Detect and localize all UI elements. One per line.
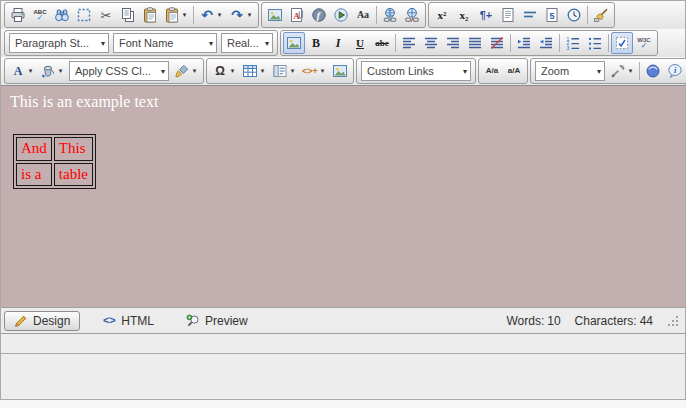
- convert-to-uppercase-button[interactable]: a/A: [503, 60, 525, 82]
- format-painter-button[interactable]: ▾: [171, 60, 201, 82]
- justify-button[interactable]: [464, 32, 486, 54]
- word-count: Words:10: [506, 314, 560, 328]
- dropdown-arrow-icon: ▾: [246, 11, 253, 19]
- find-and-replace-button[interactable]: [51, 4, 73, 26]
- indent-button[interactable]: [513, 32, 535, 54]
- statusbar-right: Words:10 Characters:44: [506, 314, 679, 328]
- form-elements-button[interactable]: ▾: [269, 60, 299, 82]
- toolbar-group: Ω▾▾▾<>+▾: [206, 58, 354, 84]
- font-size-select[interactable]: Real...▾: [221, 33, 273, 53]
- toolbar-separator: [376, 6, 377, 24]
- align-right-button[interactable]: [442, 32, 464, 54]
- xhtml-validator-button[interactable]: W3C✓: [633, 32, 655, 54]
- foreground-color-button[interactable]: A▾: [7, 60, 37, 82]
- convert-to-lowercase-button[interactable]: A/a: [481, 60, 503, 82]
- redo-icon: ↷: [229, 7, 245, 23]
- superscript-button[interactable]: x²: [431, 4, 453, 26]
- marquee-icon: [76, 7, 92, 23]
- insert-paragraph-button[interactable]: ¶+: [475, 4, 497, 26]
- copy-button[interactable]: [117, 4, 139, 26]
- print-button[interactable]: [7, 4, 29, 26]
- toggle-table-borders-button[interactable]: [611, 32, 633, 54]
- table-cell[interactable]: And: [16, 137, 52, 161]
- unlink-button[interactable]: [401, 4, 423, 26]
- unordered-list-icon: [587, 35, 603, 51]
- resize-grip-icon[interactable]: [667, 315, 679, 327]
- font-name-select[interactable]: Font Name▾: [113, 33, 217, 53]
- align-left-button[interactable]: [398, 32, 420, 54]
- italic-icon: I: [330, 35, 346, 51]
- italic-button[interactable]: I: [327, 32, 349, 54]
- module-manager-button[interactable]: ▾: [607, 60, 637, 82]
- paragraph-style-select-label: Paragraph St...: [15, 37, 89, 49]
- custom-links-select[interactable]: Custom Links▾: [361, 61, 471, 81]
- dropdown-arrow-icon: ▾: [597, 67, 601, 76]
- paste-button[interactable]: [139, 4, 161, 26]
- about-button[interactable]: [664, 60, 686, 82]
- media-manager-button[interactable]: [330, 4, 352, 26]
- table-cell[interactable]: table: [54, 163, 93, 187]
- zoom-select-label: Zoom: [541, 65, 569, 77]
- silverlight-manager-button[interactable]: [642, 60, 664, 82]
- strikethrough-button[interactable]: abe: [371, 32, 393, 54]
- rich-text-editor: ABC✓✂▾↶▾↷▾Aax²x₂¶+Paragraph St...▾Font N…: [1, 1, 685, 334]
- background-color-button[interactable]: ▾: [37, 60, 67, 82]
- bold-button[interactable]: B: [305, 32, 327, 54]
- toolbar-separator: [510, 34, 511, 52]
- redo-button[interactable]: ↷▾: [226, 4, 256, 26]
- table-icon: [242, 63, 258, 79]
- spellcheck-button[interactable]: ABC✓: [29, 4, 51, 26]
- insert-time-button[interactable]: [563, 4, 585, 26]
- character-count: Characters:44: [575, 314, 653, 328]
- document-manager-button[interactable]: [286, 4, 308, 26]
- outdent-button[interactable]: [535, 32, 557, 54]
- cut-button[interactable]: ✂: [95, 4, 117, 26]
- align-center-button[interactable]: [420, 32, 442, 54]
- mode-html-button[interactable]: <>HTML: [92, 311, 164, 331]
- toolbar-separator: [608, 34, 609, 52]
- table-cell[interactable]: This: [54, 137, 93, 161]
- select-all-button[interactable]: [73, 4, 95, 26]
- info-icon: [667, 63, 683, 79]
- paragraph-style-select[interactable]: Paragraph St...▾: [9, 33, 109, 53]
- table-cell[interactable]: is a: [16, 163, 52, 187]
- paste-options-button[interactable]: ▾: [161, 4, 191, 26]
- insert-table-button[interactable]: ▾: [239, 60, 269, 82]
- image-manager-button[interactable]: [264, 4, 286, 26]
- format-stripper-button[interactable]: [590, 4, 612, 26]
- mode-design-button[interactable]: Design: [4, 311, 80, 331]
- font-name-select-label: Font Name: [119, 37, 173, 49]
- statusbar: Design<>HTMLPreview Words:10 Characters:…: [1, 307, 685, 333]
- flash-icon: [311, 7, 327, 23]
- html-code-icon: <>: [102, 314, 116, 328]
- insert-date-button[interactable]: [541, 4, 563, 26]
- mode-preview-button[interactable]: Preview: [176, 311, 258, 331]
- undo-button[interactable]: ↶▾: [196, 4, 226, 26]
- remove-alignment-button[interactable]: [486, 32, 508, 54]
- dropdown-arrow-icon: ▾: [259, 67, 266, 75]
- image-absolute-position-button[interactable]: [283, 32, 305, 54]
- insert-snippet-button[interactable]: [497, 4, 519, 26]
- editor-content-area[interactable]: This is an example text AndThisis atable: [1, 85, 685, 307]
- outdent-icon: [538, 35, 554, 51]
- code-snippet-button[interactable]: <>+▾: [299, 60, 329, 82]
- subscript-button[interactable]: x₂: [453, 4, 475, 26]
- horizontal-rule-button[interactable]: [519, 4, 541, 26]
- dropdown-arrow-icon: ▾: [181, 11, 188, 19]
- image-map-editor-button[interactable]: [329, 60, 351, 82]
- toolbar-group: A▾▾Apply CSS Cl...▾▾: [4, 58, 204, 84]
- link-manager-button[interactable]: [379, 4, 401, 26]
- insert-symbol-button[interactable]: Ω▾: [209, 60, 239, 82]
- ordered-list-button[interactable]: [562, 32, 584, 54]
- zoom-select[interactable]: Zoom▾: [535, 61, 605, 81]
- brush-icon: [174, 63, 190, 79]
- flash-manager-button[interactable]: [308, 4, 330, 26]
- underline-button[interactable]: U: [349, 32, 371, 54]
- template-manager-button[interactable]: Aa: [352, 4, 374, 26]
- image-pos-icon: [286, 35, 302, 51]
- horizontal-divider: [1, 353, 685, 354]
- align-left-icon: [401, 35, 417, 51]
- unordered-list-button[interactable]: [584, 32, 606, 54]
- css-class-select[interactable]: Apply CSS Cl...▾: [69, 61, 169, 81]
- dropdown-arrow-icon: ▾: [216, 11, 223, 19]
